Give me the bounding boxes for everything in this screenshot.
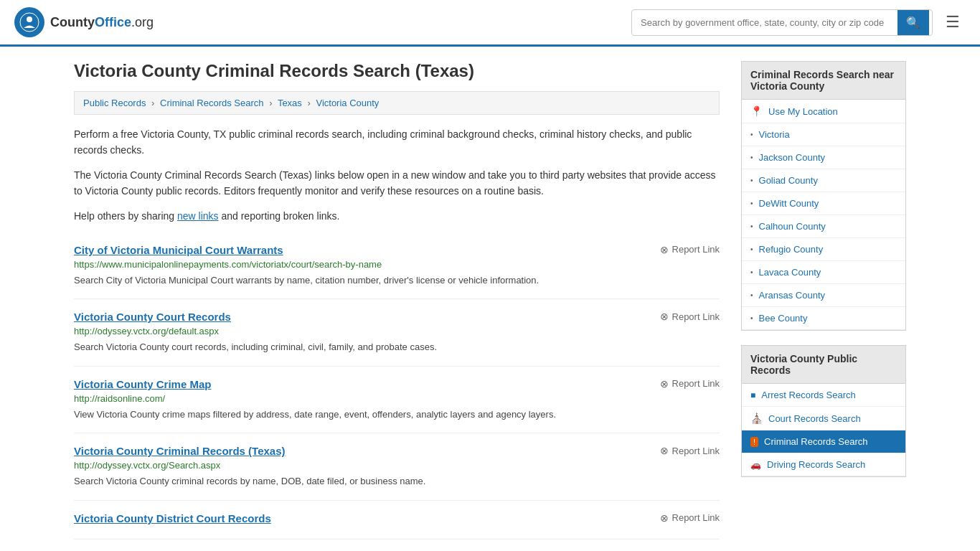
main-container: Victoria County Criminal Records Search … — [60, 47, 920, 551]
intro-paragraph-3: Help others by sharing new links and rep… — [74, 208, 720, 224]
public-records-list-item: 🚗 Driving Records Search — [742, 453, 905, 476]
record-url: http://raidsonline.com/ — [74, 393, 720, 404]
intro-paragraph-1: Perform a free Victoria County, TX publi… — [74, 126, 720, 159]
nearby-list-item: • Aransas County — [742, 284, 905, 307]
breadcrumb: Public Records › Criminal Records Search… — [74, 91, 720, 115]
record-url: http://odyssey.vctx.org/default.aspx — [74, 326, 720, 336]
public-records-icon-0: ■ — [750, 390, 755, 400]
page-title: Victoria County Criminal Records Search … — [74, 61, 720, 81]
record-item: Victoria County Court Records ⊗ Report L… — [74, 299, 720, 367]
public-records-link-1[interactable]: ⛪ Court Records Search — [742, 407, 905, 430]
dot-icon: • — [750, 199, 753, 207]
dot-icon: • — [750, 314, 753, 322]
record-url: http://odyssey.vctx.org/Search.aspx — [74, 460, 720, 471]
report-icon: ⊗ — [660, 445, 669, 456]
public-records-icon-3: 🚗 — [750, 460, 761, 470]
public-records-link-0[interactable]: ■ Arrest Records Search — [742, 384, 905, 407]
nearby-list: 📍 Use My Location• Victoria• Jackson Cou… — [741, 100, 906, 331]
logo-area[interactable]: CountyOffice.org — [14, 7, 154, 37]
header-right: 🔍 ☰ — [631, 9, 966, 36]
svg-point-3 — [32, 22, 34, 25]
record-title-link[interactable]: Victoria County District Court Records — [74, 512, 271, 524]
record-title-link[interactable]: Victoria County Court Records — [74, 311, 231, 323]
breadcrumb-victoria-county[interactable]: Victoria County — [316, 98, 379, 108]
record-header: Victoria County Court Records ⊗ Report L… — [74, 311, 720, 323]
dot-icon: • — [750, 176, 753, 184]
public-records-link-3[interactable]: 🚗 Driving Records Search — [742, 453, 905, 476]
nearby-county-link-8[interactable]: • Aransas County — [742, 284, 905, 307]
dot-icon: • — [750, 291, 753, 299]
nearby-list-item: • Lavaca County — [742, 261, 905, 284]
record-desc: Search City of Victoria Municipal Court … — [74, 273, 720, 288]
public-records-list: ■ Arrest Records Search⛪ Court Records S… — [741, 384, 906, 477]
public-records-header: Victoria County Public Records — [741, 345, 906, 384]
dot-icon: • — [750, 268, 753, 276]
search-input[interactable] — [632, 11, 897, 34]
location-pin-icon: 📍 — [750, 105, 763, 117]
report-link-4[interactable]: ⊗ Report Link — [660, 512, 720, 524]
report-link-3[interactable]: ⊗ Report Link — [660, 445, 720, 456]
nearby-list-item: • Bee County — [742, 307, 905, 330]
report-link-1[interactable]: ⊗ Report Link — [660, 311, 720, 322]
svg-point-2 — [24, 22, 27, 25]
nearby-county-link-2[interactable]: • Jackson County — [742, 146, 905, 169]
dot-icon: • — [750, 154, 753, 161]
search-bar: 🔍 — [631, 9, 933, 36]
record-title-link[interactable]: Victoria County Criminal Records (Texas) — [74, 445, 286, 457]
nearby-list-item: 📍 Use My Location — [742, 100, 905, 123]
nearby-county-link-4[interactable]: • DeWitt County — [742, 192, 905, 215]
intro-paragraph-2: The Victoria County Criminal Records Sea… — [74, 167, 720, 199]
report-icon: ⊗ — [660, 512, 669, 524]
public-records-list-item: ! Criminal Records Search — [742, 430, 905, 453]
report-icon: ⊗ — [660, 244, 669, 255]
nearby-county-link-7[interactable]: • Lavaca County — [742, 261, 905, 284]
report-link-0[interactable]: ⊗ Report Link — [660, 244, 720, 255]
record-header: Victoria County Crime Map ⊗ Report Link — [74, 378, 720, 390]
record-item: Victoria County Criminal Records (Texas)… — [74, 433, 720, 501]
sidebar: Criminal Records Search near Victoria Co… — [741, 61, 906, 540]
record-item: City of Victoria Municipal Court Warrant… — [74, 232, 720, 300]
use-my-location-link[interactable]: 📍 Use My Location — [742, 100, 905, 123]
record-item: Victoria County Crime Map ⊗ Report Link … — [74, 367, 720, 434]
record-title-link[interactable]: City of Victoria Municipal Court Warrant… — [74, 244, 283, 256]
dot-icon: • — [750, 245, 753, 253]
nearby-section: Criminal Records Search near Victoria Co… — [741, 61, 906, 331]
new-links-link[interactable]: new links — [177, 210, 219, 222]
nearby-list-item: • Jackson County — [742, 146, 905, 169]
nearby-list-item: • Calhoun County — [742, 215, 905, 238]
search-button[interactable]: 🔍 — [897, 10, 929, 35]
record-desc: Search Victoria County court records, in… — [74, 340, 720, 354]
record-desc: View Victoria County crime maps filtered… — [74, 408, 720, 422]
breadcrumb-texas[interactable]: Texas — [278, 98, 302, 108]
hamburger-menu-icon[interactable]: ☰ — [940, 10, 966, 34]
logo-icon — [14, 7, 44, 37]
nearby-list-item: • Victoria — [742, 123, 905, 146]
public-records-active-link[interactable]: ! Criminal Records Search — [742, 430, 905, 453]
record-url: https://www.municipalonlinepayments.com/… — [74, 259, 720, 270]
nearby-county-link-3[interactable]: • Goliad County — [742, 169, 905, 192]
record-header: Victoria County District Court Records ⊗… — [74, 512, 720, 524]
public-records-section: Victoria County Public Records ■ Arrest … — [741, 345, 906, 477]
public-records-list-item: ■ Arrest Records Search — [742, 384, 905, 407]
nearby-county-link-9[interactable]: • Bee County — [742, 307, 905, 330]
report-icon: ⊗ — [660, 311, 669, 322]
records-list: City of Victoria Municipal Court Warrant… — [74, 232, 720, 540]
record-title-link[interactable]: Victoria County Crime Map — [74, 378, 211, 390]
nearby-list-item: • Refugio County — [742, 238, 905, 261]
nearby-county-link-5[interactable]: • Calhoun County — [742, 215, 905, 238]
nearby-county-link-6[interactable]: • Refugio County — [742, 238, 905, 261]
report-icon: ⊗ — [660, 378, 669, 390]
nearby-county-link-1[interactable]: • Victoria — [742, 123, 905, 146]
public-records-icon-1: ⛪ — [750, 413, 763, 424]
nearby-list-item: • DeWitt County — [742, 192, 905, 215]
report-link-2[interactable]: ⊗ Report Link — [660, 378, 720, 390]
dot-icon: • — [750, 222, 753, 230]
record-header: City of Victoria Municipal Court Warrant… — [74, 244, 720, 256]
logo-text: CountyOffice.org — [50, 15, 154, 30]
record-header: Victoria County Criminal Records (Texas)… — [74, 445, 720, 457]
breadcrumb-criminal-records-search[interactable]: Criminal Records Search — [160, 98, 264, 108]
svg-point-1 — [27, 17, 32, 22]
public-records-list-item: ⛪ Court Records Search — [742, 407, 905, 430]
breadcrumb-public-records[interactable]: Public Records — [83, 98, 146, 108]
nearby-list-item: • Goliad County — [742, 169, 905, 192]
